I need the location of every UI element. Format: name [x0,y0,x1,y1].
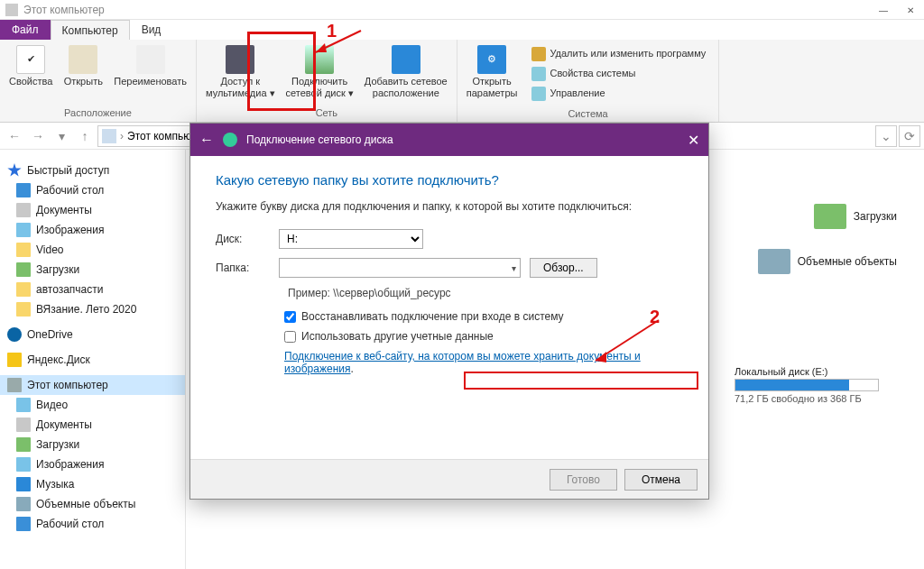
sidebar-knit[interactable]: ВЯзание. Лето 2020 [0,299,185,319]
sidebar-pictures[interactable]: Изображения [0,220,185,240]
sidebar-video[interactable]: Video [0,240,185,260]
pc-icon [102,129,116,143]
nav-back[interactable]: ← [4,125,25,147]
annotation-arrow-1 [307,27,370,63]
monitor-icon [392,45,420,74]
sidebar-pc-docs[interactable]: Документы [0,415,185,435]
folder-label: Загрузки [854,210,897,223]
star-icon [7,163,22,178]
cancel-button[interactable]: Отмена [624,469,698,491]
sidebar-this-pc[interactable]: Этот компьютер [0,375,185,395]
dialog-subtext: Укажите букву диска для подключения и па… [216,200,683,213]
row-drive: Диск: H: [216,229,683,249]
label-drive: Диск: [216,233,270,245]
drive-free-text: 71,2 ГБ свободно из 368 ГБ [735,393,897,404]
sidebar-pc-video[interactable]: Видео [0,395,185,415]
media-access-button[interactable]: Доступ к мультимедиа ▾ [200,41,281,103]
nav-recent[interactable]: ▾ [51,125,72,147]
document-icon [16,418,31,432]
manage-button[interactable]: Управление [528,85,709,103]
dialog-body: Какую сетевую папку вы хотите подключить… [190,156,708,459]
open-button[interactable]: Открыть [58,41,108,91]
minimize-button[interactable]: — [870,0,897,20]
computer-icon [5,4,18,16]
row-folder: Папка: Обзор... [216,258,683,278]
sidebar-documents[interactable]: Документы [0,200,185,220]
nav-sidebar: Быстрый доступ Рабочий стол Документы Из… [0,150,186,569]
system-props-button[interactable]: Свойства системы [528,65,709,83]
window-title: Этот компьютер [23,4,105,16]
tab-view[interactable]: Вид [130,20,173,40]
sidebar-pc-objects[interactable]: Объемные объекты [0,494,185,514]
folder-downloads[interactable]: Загрузки [814,204,897,229]
refresh-button[interactable]: ⟳ [899,125,920,147]
creds-checkbox[interactable] [284,331,296,343]
window-controls: — ✕ [870,0,924,20]
uninstall-button[interactable]: Удалить или изменить программу [528,45,709,63]
annotation-arrow-2 [587,316,668,370]
music-icon [16,477,31,491]
add-network-location-button[interactable]: Добавить сетевое расположение [359,41,453,103]
desktop-icon [16,183,31,197]
drive-select[interactable]: H: [279,229,423,249]
properties-button[interactable]: ✔ Свойства [4,41,58,91]
folder-icon [758,249,790,274]
document-icon [16,203,31,217]
dialog-footer: Готово Отмена [190,459,708,499]
ribbon-group-location: ✔ Свойства Открыть Переименовать Располо… [0,40,197,122]
folder-icon [814,204,846,229]
sidebar-desktop[interactable]: Рабочий стол [0,180,185,200]
nav-forward[interactable]: → [27,125,49,147]
rename-button[interactable]: Переименовать [108,41,192,91]
close-button[interactable]: ✕ [897,0,924,20]
folder-combo[interactable] [279,258,521,278]
done-button[interactable]: Готово [550,469,617,491]
sysprops-icon [531,67,546,81]
drive-usage-bar [735,379,879,391]
titlebar: Этот компьютер — ✕ [0,0,924,20]
sidebar-pc-downloads[interactable]: Загрузки [0,435,185,454]
sidebar-downloads[interactable]: Загрузки [0,260,185,280]
sidebar-yandex[interactable]: Яндекс.Диск [0,350,185,370]
reconnect-checkbox[interactable] [284,311,296,323]
ribbon-group-system: ⚙ Открыть параметры Удалить или изменить… [457,40,720,122]
folder-label: Объемные объекты [798,255,897,268]
sidebar-pc-pictures[interactable]: Изображения [0,454,185,474]
browse-button[interactable]: Обзор... [530,258,597,278]
manage-label: Управление [550,87,605,99]
desktop-icon [16,517,31,531]
creds-label: Использовать другие учетные данные [301,330,494,343]
sidebar-auto[interactable]: автозапчасти [0,280,185,299]
sidebar-pc-desktop[interactable]: Рабочий стол [0,514,185,534]
open-settings-button[interactable]: ⚙ Открыть параметры [461,41,523,103]
rename-label: Переименовать [114,76,187,87]
media-icon [226,45,254,74]
map-network-drive-dialog: ← Подключение сетевого диска ✕ Какую сет… [189,123,709,500]
nav-up[interactable]: ↑ [74,125,96,147]
dialog-back-button[interactable]: ← [199,132,214,148]
sidebar-pc-music[interactable]: Музыка [0,474,185,494]
tab-computer[interactable]: Компьютер [51,20,130,40]
dialog-title: Подключение сетевого диска [246,133,393,146]
uninstall-icon [531,47,546,61]
svg-marker-1 [316,43,327,52]
folder-icon [16,243,31,257]
gear-icon: ⚙ [477,45,506,74]
reconnect-label: Восстанавливать подключение при входе в … [301,310,564,323]
download-icon [16,437,31,452]
folder-objects[interactable]: Объемные объекты [758,249,897,274]
tab-file[interactable]: Файл [0,20,51,40]
addr-dropdown[interactable]: ⌄ [875,125,897,147]
ribbon: ✔ Свойства Открыть Переименовать Располо… [0,40,924,123]
sidebar-quick-access[interactable]: Быстрый доступ [0,161,185,180]
video-icon [16,398,31,412]
dialog-close-button[interactable]: ✕ [688,132,699,149]
sysprops-label: Свойства системы [550,68,635,79]
manage-icon [531,87,546,101]
label-folder: Папка: [216,262,270,274]
picture-icon [16,457,31,472]
checkmark-icon: ✔ [16,45,45,74]
sidebar-onedrive[interactable]: OneDrive [0,325,185,344]
network-drive-icon [223,133,237,147]
drive-e[interactable]: Локальный диск (E:) 71,2 ГБ свободно из … [735,366,897,404]
